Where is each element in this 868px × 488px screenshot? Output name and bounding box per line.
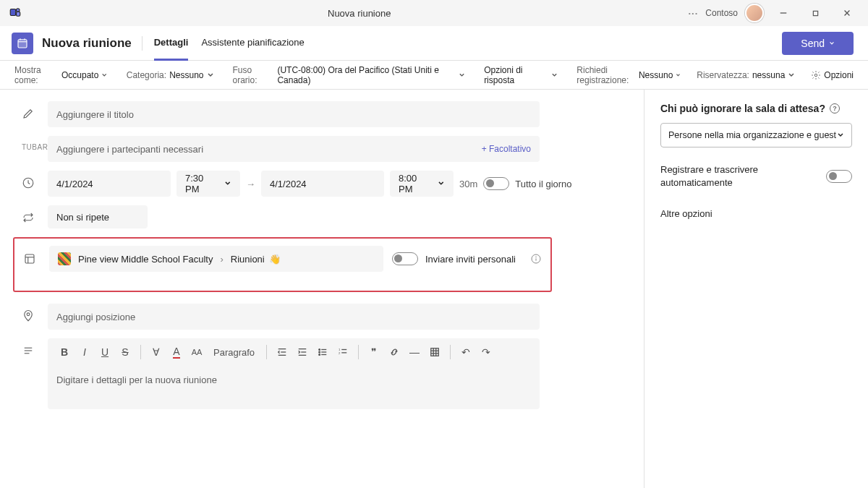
hr-button[interactable]: — — [405, 342, 424, 362]
attendees-label: TUBARE — [22, 136, 48, 151]
link-button[interactable] — [385, 342, 404, 362]
require-registration-selector[interactable]: Richiedi registrazione: Nessuno — [576, 65, 681, 85]
svg-rect-39 — [431, 348, 439, 356]
font-color-button[interactable]: A — [167, 342, 186, 362]
svg-rect-0 — [10, 9, 16, 15]
maximize-button[interactable] — [803, 3, 827, 23]
auto-record-toggle[interactable] — [826, 170, 852, 183]
svg-rect-7 — [18, 39, 27, 47]
edit-icon — [22, 101, 48, 120]
chevron-right-icon: › — [220, 254, 223, 265]
italic-button[interactable]: I — [75, 342, 94, 362]
svg-point-19 — [27, 313, 30, 316]
chevron-down-icon — [101, 72, 107, 79]
meeting-form: Aggiungere il titolo TUBARE Aggiungere i… — [0, 90, 644, 488]
arrow-right-icon: → — [246, 179, 255, 189]
calendar-app-icon — [12, 33, 33, 54]
location-input[interactable]: Aggiungi posizione — [48, 304, 540, 330]
numbered-list-button[interactable]: 12 — [333, 342, 352, 362]
info-icon[interactable] — [530, 253, 542, 265]
table-button[interactable] — [425, 342, 444, 362]
lobby-bypass-selector[interactable]: Persone nella mia organizzazione e guest — [660, 123, 852, 147]
clock-icon — [22, 171, 48, 189]
minimize-button[interactable] — [771, 3, 796, 23]
undo-button[interactable]: ↶ — [456, 342, 475, 362]
start-time-input[interactable]: 7:30 PM — [176, 171, 240, 197]
description-editor[interactable]: Digitare i dettagli per la nuova riunion… — [48, 366, 540, 409]
add-optional-link[interactable]: + Facoltativo — [482, 144, 531, 154]
svg-rect-13 — [25, 254, 34, 263]
chevron-down-icon — [837, 132, 844, 139]
paragraph-style-selector[interactable]: Paragrafo — [208, 347, 260, 358]
svg-point-31 — [319, 354, 320, 356]
send-button-label: Send — [801, 38, 825, 49]
send-button[interactable]: Send — [782, 32, 854, 55]
auto-record-label: Registrare e trascrivere automaticamente — [660, 163, 783, 189]
channel-name: Riunioni — [231, 254, 265, 265]
teams-app-icon — [9, 6, 30, 21]
end-time-input[interactable]: 8:00 PM — [390, 171, 454, 197]
chevron-down-icon — [829, 40, 835, 46]
title-input[interactable]: Aggiungere il titolo — [48, 101, 540, 127]
redo-button[interactable]: ↷ — [477, 342, 495, 362]
location-icon — [22, 304, 48, 322]
description-icon — [22, 338, 48, 357]
chevron-down-icon — [676, 72, 681, 79]
team-name: Pine view Middle School Faculty — [78, 254, 213, 265]
lobby-bypass-heading: Chi può ignorare la sala di attesa? ? — [660, 103, 852, 114]
indent-decrease-button[interactable] — [273, 342, 292, 362]
svg-rect-2 — [17, 12, 20, 16]
svg-rect-4 — [813, 11, 817, 15]
recurrence-selector[interactable]: Non si ripete — [48, 205, 148, 228]
team-avatar-icon — [58, 252, 71, 265]
chevron-down-icon — [459, 72, 465, 79]
channel-input[interactable]: Pine view Middle School Faculty › Riunio… — [49, 246, 383, 272]
channel-selection-highlight: Pine view Middle School Faculty › Riunio… — [13, 237, 552, 292]
chevron-down-icon — [438, 180, 445, 187]
recurrence-icon — [22, 205, 48, 224]
gear-icon — [811, 70, 821, 80]
user-avatar[interactable] — [745, 4, 764, 22]
svg-point-30 — [319, 351, 320, 353]
tab-scheduling-assistant[interactable]: Assistente pianificazione — [201, 26, 304, 61]
show-as-selector[interactable]: Mostra come: Occupato — [14, 65, 108, 85]
duration-label: 30m — [459, 179, 477, 189]
required-attendees-input[interactable]: Aggiungere i partecipanti necessari + Fa… — [48, 136, 540, 162]
underline-button[interactable]: U — [95, 342, 114, 362]
close-window-button[interactable] — [835, 3, 859, 23]
title-bar: Nuova riunione ··· Contoso — [0, 0, 868, 26]
chevron-down-icon — [788, 72, 795, 79]
svg-point-29 — [319, 349, 320, 351]
page-title: Nuova riunione — [42, 36, 142, 51]
quote-button[interactable]: ❞ — [365, 342, 383, 362]
more-options-link[interactable]: Altre opzioni — [660, 208, 852, 219]
channel-icon — [23, 252, 49, 265]
help-icon[interactable]: ? — [830, 103, 840, 114]
end-date-input[interactable]: 4/1/2024 — [261, 171, 384, 197]
indent-increase-button[interactable] — [293, 342, 312, 362]
chevron-down-icon — [224, 180, 231, 187]
chevron-down-icon — [207, 72, 214, 79]
strikethrough-button[interactable]: S — [116, 342, 135, 362]
meeting-options-panel: Chi può ignorare la sala di attesa? ? Pe… — [644, 90, 868, 488]
options-bar: Mostra come: Occupato Categoria: Nessuno… — [0, 61, 868, 90]
bold-button[interactable]: B — [55, 342, 74, 362]
font-size-button[interactable]: AA — [187, 342, 206, 362]
highlight-button[interactable]: ∀ — [147, 342, 166, 362]
timezone-selector[interactable]: Fuso orario: (UTC-08:00) Ora del Pacific… — [233, 65, 466, 85]
bullet-list-button[interactable] — [313, 342, 332, 362]
page-header: Nuova riunione Dettagli Assistente piani… — [0, 26, 868, 61]
tab-details[interactable]: Dettagli — [154, 26, 189, 61]
more-icon[interactable]: ··· — [688, 8, 698, 19]
svg-point-1 — [17, 8, 20, 12]
personal-invites-toggle[interactable] — [392, 252, 418, 265]
start-date-input[interactable]: 4/1/2024 — [48, 171, 171, 197]
response-options-selector[interactable]: Opzioni di risposta — [484, 65, 558, 85]
category-selector[interactable]: Categoria: Nessuno — [127, 70, 214, 80]
chevron-down-icon — [551, 72, 558, 79]
svg-point-18 — [536, 257, 537, 257]
window-title: Nuova riunione — [30, 8, 688, 19]
all-day-toggle[interactable] — [483, 177, 509, 190]
meeting-options-button[interactable]: Opzioni — [811, 70, 854, 80]
sensitivity-selector[interactable]: Riservatezza: nessuna — [697, 70, 795, 80]
